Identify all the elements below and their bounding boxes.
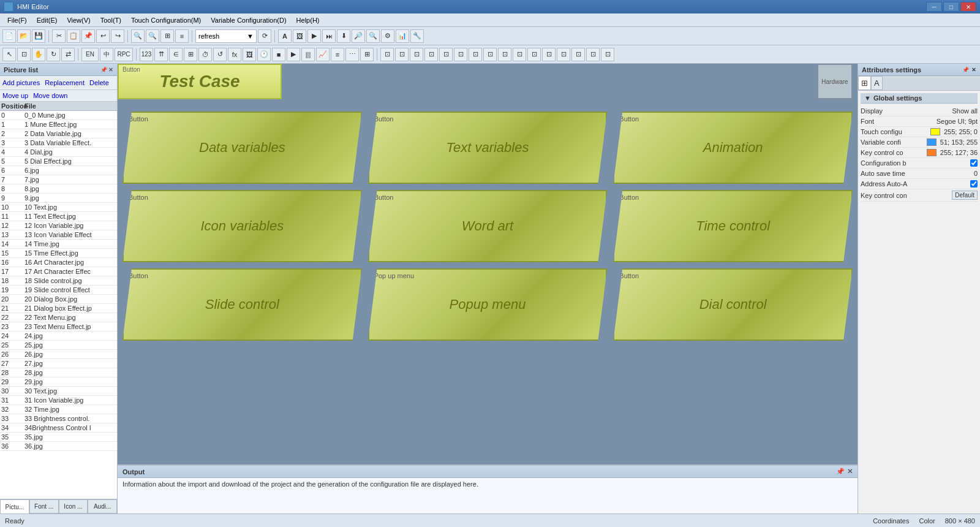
list-item[interactable]: 33 Data Variable Effect. [0, 138, 117, 148]
rotate-tool[interactable]: ↻ [47, 48, 60, 61]
grid-btn-animation[interactable]: Button Animation [613, 112, 853, 184]
open-button[interactable]: 📂 [17, 29, 31, 43]
val-btn[interactable]: ∈ [169, 48, 183, 61]
refresh-dropdown-icon[interactable]: ▼ [247, 32, 254, 40]
graph-btn[interactable]: 📈 [316, 48, 330, 61]
refresh-combo[interactable]: refresh ▼ [195, 29, 257, 43]
square-btn[interactable]: ■ [272, 48, 285, 61]
list-item[interactable]: 1515 Time Effect.jpg [0, 249, 117, 258]
tab-audio[interactable]: Audi... [88, 499, 117, 514]
grid-btn-text-variables[interactable]: Button Text variables [368, 112, 608, 184]
undo-button[interactable]: ↩ [96, 29, 110, 43]
num-btn[interactable]: 123 [140, 48, 153, 61]
grid2-btn[interactable]: ⊞ [360, 48, 374, 61]
list-item[interactable]: 77.jpg [0, 175, 117, 184]
pic-list[interactable]: 00_0 Mune.jpg11 Mune Effect.jpg22 Data V… [0, 111, 117, 499]
list-item[interactable]: 2424.jpg [0, 332, 117, 341]
list-item[interactable]: 2020 Dialog Box.jpg [0, 295, 117, 304]
menu-edit[interactable]: Edit(E) [32, 15, 62, 25]
same-h[interactable]: ⊡ [513, 48, 526, 61]
list-item[interactable]: 3535.jpg [0, 433, 117, 442]
zoom-out-button[interactable]: 🔍 [146, 29, 159, 43]
list-item[interactable]: 22 Data Variable.jpg [0, 129, 117, 138]
magnify-button[interactable]: 🔎 [352, 29, 365, 43]
align-top[interactable]: ⊡ [424, 48, 438, 61]
list-item[interactable]: 55 Dial Effect.jpg [0, 157, 117, 166]
tab-picture[interactable]: Pictu... [0, 499, 29, 514]
copy-button[interactable]: 📋 [67, 29, 80, 43]
dist-v[interactable]: ⊡ [483, 48, 497, 61]
chart-button[interactable]: 📊 [396, 29, 409, 43]
layer-btn[interactable]: ⊡ [601, 48, 614, 61]
pointer-tool[interactable]: ↖ [2, 48, 16, 61]
list-item[interactable]: 2121 Dialog box Effect.jp [0, 304, 117, 313]
test-case-button[interactable]: Button Test Case [118, 64, 282, 99]
new-button[interactable]: 📄 [2, 29, 16, 43]
list-item[interactable]: 3030 Text.jpg [0, 387, 117, 396]
close-button[interactable]: ✕ [960, 2, 976, 12]
list-item[interactable]: 1111 Text Effect.jpg [0, 212, 117, 221]
move-up-button[interactable]: Move up [1, 91, 29, 100]
move-down-button[interactable]: Move down [32, 91, 69, 100]
menu-touch-config[interactable]: Touch Configuration(M) [126, 15, 206, 25]
output-pin-icon[interactable]: 📌 [836, 468, 845, 476]
pin-button[interactable]: 📌 [100, 67, 107, 73]
fx-btn[interactable]: fx [228, 48, 241, 61]
panel-close-button[interactable]: ✕ [108, 67, 113, 73]
grid-button[interactable]: ⊞ [160, 29, 174, 43]
back-btn[interactable]: ⊡ [586, 48, 600, 61]
rpc-btn[interactable]: RPC [115, 48, 133, 61]
align-left[interactable]: ⊡ [380, 48, 394, 61]
tab-icon[interactable]: Icon ... [59, 499, 88, 514]
list-item[interactable]: 2727.jpg [0, 359, 117, 368]
list-item[interactable]: 00_0 Mune.jpg [0, 111, 117, 120]
attr-color-4[interactable] [927, 149, 937, 156]
grid-btn-word-art[interactable]: Button Word art [368, 190, 608, 262]
tab-font[interactable]: Font ... [29, 499, 59, 514]
config-button[interactable]: 🔧 [410, 29, 424, 43]
attr-close-icon[interactable]: ✕ [971, 67, 976, 73]
menu-tool[interactable]: Tool(T) [96, 15, 126, 25]
attr-tab-1[interactable]: ⊞ [858, 76, 871, 90]
select-tool[interactable]: ⊡ [17, 48, 31, 61]
data-btn[interactable]: ⊞ [184, 48, 197, 61]
list-item[interactable]: 99.jpg [0, 194, 117, 203]
attr-color-2[interactable] [930, 128, 940, 135]
same-s[interactable]: ⊡ [527, 48, 541, 61]
pan-tool[interactable]: ✋ [32, 48, 45, 61]
list-item[interactable]: 1414 Time.jpg [0, 240, 117, 249]
attr-checkbox-5[interactable] [970, 159, 978, 167]
paste-button[interactable]: 📌 [81, 29, 95, 43]
settings-button[interactable]: ⚙ [381, 29, 394, 43]
grid-btn-popup-menu[interactable]: Pop up menu Popup menu [368, 268, 608, 341]
media-btn[interactable]: ▶ [287, 48, 300, 61]
list-item[interactable]: 2626.jpg [0, 350, 117, 359]
replacement-button[interactable]: Replacement [43, 78, 86, 87]
en-btn[interactable]: EN [81, 48, 99, 61]
align-bot[interactable]: ⊡ [454, 48, 467, 61]
img-btn[interactable]: 🖼 [243, 48, 256, 61]
attr-pin-icon[interactable]: 📌 [962, 67, 969, 73]
add-pictures-button[interactable]: Add pictures [1, 78, 41, 87]
list-item[interactable]: 11 Mune Effect.jpg [0, 120, 117, 129]
align-center[interactable]: ⊡ [395, 48, 409, 61]
loop-btn[interactable]: ↺ [213, 48, 227, 61]
search-button[interactable]: 🔍 [366, 29, 380, 43]
arr-btn[interactable]: ⇈ [154, 48, 168, 61]
attr-checkbox-7[interactable] [970, 180, 978, 188]
ungroup-btn[interactable]: ⊡ [557, 48, 570, 61]
list-item[interactable]: 1212 Icon Variable.jpg [0, 221, 117, 230]
list-item[interactable]: 1717 Art Character Effec [0, 267, 117, 276]
list-btn[interactable]: ≡ [331, 48, 344, 61]
attr-color-3[interactable] [927, 138, 937, 146]
play-button[interactable]: ▶ [307, 29, 321, 43]
align-right[interactable]: ⊡ [410, 48, 423, 61]
download-button[interactable]: ⬇ [337, 29, 350, 43]
list-item[interactable]: 88.jpg [0, 184, 117, 194]
list-item[interactable]: 1010 Text.jpg [0, 203, 117, 212]
grid-btn-dial-control[interactable]: Button Dial control [613, 268, 853, 341]
list-item[interactable]: 3232 Time.jpg [0, 405, 117, 414]
list-item[interactable]: 1616 Art Character.jpg [0, 258, 117, 267]
list-item[interactable]: 1919 Slide control Effect [0, 286, 117, 295]
refresh-button[interactable]: ⟳ [258, 29, 271, 43]
